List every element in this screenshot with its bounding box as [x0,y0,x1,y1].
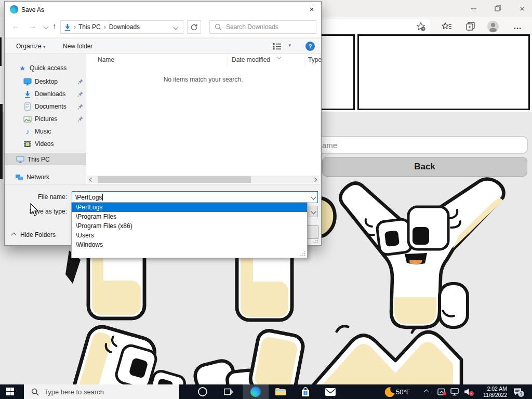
close-icon: × [520,4,525,13]
taskbar-clock[interactable]: 2:02 AM 11/8/2022 [475,385,507,398]
suggestion-users[interactable]: \Users [72,231,307,240]
mail-icon [325,388,336,396]
nav-back-button[interactable]: ← [12,21,20,30]
suggestion-program-files-x86[interactable]: \Program Files (x86) [72,221,307,231]
scroll-left-icon[interactable] [89,178,94,182]
tray-network-button[interactable] [448,384,462,399]
taskbar-search-placeholder: Type here to search [44,388,104,396]
sidebar-item-this-pc[interactable]: This PC [5,153,98,165]
scrollbar-thumb[interactable] [98,176,251,183]
minimize-icon [471,6,476,11]
help-button[interactable]: ? [305,42,315,51]
breadcrumb[interactable]: › This PC › Downloads [60,20,183,34]
tray-news-button[interactable] [434,384,449,399]
cortana-icon [198,387,207,396]
file-name-dropdown-chevron-icon[interactable] [311,195,316,200]
dialog-search-box[interactable]: Search Downloads [209,20,316,34]
dialog-nav-row: ← → ↑ › This PC › Downloads [5,19,321,35]
browser-restore-button[interactable] [490,3,506,14]
dialog-resize-grip[interactable] [313,238,318,243]
favorites-icon[interactable] [441,21,453,32]
breadcrumb-downloads[interactable]: Downloads [109,23,140,31]
restore-icon [495,5,501,11]
browser-close-button[interactable]: × [514,3,530,14]
task-view-button[interactable] [219,384,238,399]
new-folder-button[interactable]: New folder [63,43,92,50]
notification-dot [443,392,446,395]
cortana-button[interactable] [193,384,212,399]
music-note-icon: ♪ [23,127,32,136]
breadcrumb-this-pc[interactable]: This PC [78,23,101,31]
column-header-name[interactable]: Name [98,56,114,63]
add-favorite-icon[interactable] [415,21,427,32]
view-mode-button[interactable] [272,43,282,52]
microsoft-store-icon [301,387,310,397]
suggestion-program-files[interactable]: \Program Files [72,212,307,221]
nav-up-button[interactable]: ↑ [52,21,57,30]
column-header-type[interactable]: Type [308,56,322,63]
desktop-icon [23,77,32,86]
network-icon [15,173,23,181]
taskbar: Type here to search [0,384,532,399]
dialog-search-placeholder: Search Downloads [226,23,278,31]
page-back-button[interactable]: Back [322,157,527,177]
pin-icon [77,91,84,97]
sidebar-item-quick-access[interactable]: ★ Quick access [5,62,100,74]
dropdown-resize-grip[interactable] [300,251,305,256]
column-header-date-modified[interactable]: Date modified [232,56,270,63]
view-mode-caret-icon[interactable]: ▾ [288,43,291,48]
this-pc-icon [16,155,24,164]
organize-button[interactable]: Organize ▾ [16,43,46,50]
taskbar-store-button[interactable] [296,384,315,399]
empty-list-message: No items match your search. [86,76,320,83]
page-frame-right [357,34,530,110]
profile-avatar[interactable] [487,21,499,32]
videos-icon [23,140,32,148]
file-name-input[interactable]: \PerfLogs [72,191,318,203]
save-as-type-chevron-icon [311,209,316,215]
suggestion-perflogs[interactable]: \PerfLogs [72,203,307,212]
page-filename-input[interactable]: ame [311,136,528,154]
dialog-close-button[interactable]: × [304,3,320,15]
clock-time: 2:02 AM [475,385,507,392]
horizontal-scrollbar[interactable] [87,176,319,183]
start-button[interactable] [6,388,15,396]
filename-suggestions-dropdown: \PerfLogs \Program Files \Program Files … [71,202,308,258]
letter-x-character [310,332,461,389]
muted-x-icon: × [469,391,474,396]
browser-minimize-button[interactable] [466,3,481,14]
taskbar-edge-button[interactable] [243,384,269,399]
refresh-button[interactable] [187,20,201,34]
breadcrumb-dropdown-chevron-icon[interactable] [174,24,179,30]
sidebar-item-network[interactable]: Network [5,171,97,183]
hide-folders-button[interactable]: Hide Folders [12,231,56,238]
chevron-up-icon [423,389,429,394]
taskbar-mail-button[interactable] [321,384,340,399]
downloads-folder-icon [64,23,71,31]
search-icon [215,23,222,31]
dialog-title: Save As [21,6,44,14]
collections-icon[interactable] [464,21,477,32]
page-filename-input-text: ame [322,141,337,150]
scroll-right-icon[interactable] [313,178,317,182]
file-name-label: File name: [14,193,67,201]
windows-logo-icon [6,388,10,391]
action-center-button[interactable]: 1 [509,384,526,399]
taskbar-file-explorer-button[interactable] [271,384,290,399]
edge-icon [10,5,18,14]
browser-menu-button[interactable]: … [511,21,524,32]
documents-icon [23,102,32,111]
address-bar[interactable] [310,19,430,34]
nav-history-chevron-icon[interactable] [44,24,49,30]
temperature-label[interactable]: 50°F [396,388,410,396]
task-view-icon [224,388,233,396]
suggestion-windows[interactable]: \Windows [72,240,307,249]
tray-expand-button[interactable] [419,384,433,399]
file-explorer-icon [275,387,286,396]
nav-forward-button[interactable]: → [29,21,36,30]
close-icon: × [310,5,314,14]
tray-volume-button[interactable]: × [461,384,476,399]
taskbar-search-box[interactable]: Type here to search [24,384,179,399]
pin-icon [77,103,84,110]
dialog-sidebar: ★ Quick access Desktop Downloads Documen… [5,54,86,184]
